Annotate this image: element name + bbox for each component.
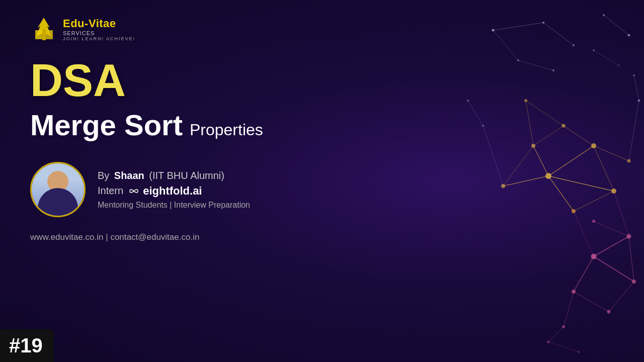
svg-line-25 [594,146,614,191]
logo-area: Edu-Vitae Services JOIN! LEARN! ACHIEVE! [30,15,322,43]
properties-text: Properties [190,121,263,139]
by-label: By [98,170,109,181]
dsa-title: DSA [30,58,322,103]
episode-badge: #19 [0,329,54,362]
svg-line-38 [594,236,629,256]
logo-brand: Edu-Vitae [63,17,135,30]
svg-rect-67 [35,30,43,39]
svg-line-44 [564,292,574,327]
svg-line-58 [548,327,564,342]
svg-line-28 [574,191,614,211]
svg-line-24 [503,176,548,186]
svg-line-51 [629,101,639,161]
svg-line-59 [548,342,579,352]
logo-text: Edu-Vitae Services JOIN! LEARN! ACHIEVE! [63,17,135,41]
logo-tagline: JOIN! LEARN! ACHIEVE! [63,36,135,41]
svg-line-45 [594,221,629,236]
svg-line-29 [533,126,564,146]
svg-line-50 [634,75,639,101]
svg-line-65 [526,101,564,126]
intern-label: Intern [98,185,123,197]
author-card: By Shaan (IIT BHU Alumni) Intern eightfo… [30,162,322,217]
avatar-image [32,163,84,216]
contact-email: contact@eduvitae.co.in [110,232,199,242]
svg-line-26 [564,126,594,146]
svg-line-27 [594,146,629,161]
svg-line-42 [609,282,634,312]
author-info: By Shaan (IIT BHU Alumni) Intern eightfo… [98,170,250,210]
logo-services: Services [63,30,135,36]
svg-line-46 [614,191,629,236]
svg-line-6 [543,23,574,45]
svg-line-47 [574,211,594,256]
author-alumni: (IIT BHU Alumni) [149,170,224,181]
eightfold-logo: eightfold.ai [127,185,202,198]
svg-line-23 [533,146,548,176]
contact-line: www.eduvitae.co.in | contact@eduvitae.co… [30,232,322,242]
merge-sort-text: Merge Sort [30,108,183,142]
svg-line-43 [574,292,609,312]
svg-rect-68 [45,30,53,39]
svg-line-54 [468,101,483,126]
svg-line-62 [594,50,619,65]
svg-line-11 [493,30,518,60]
svg-line-21 [548,176,614,191]
svg-line-20 [548,146,594,176]
svg-line-5 [493,23,543,30]
logo-icon [30,15,58,43]
author-by-line: By Shaan (IIT BHU Alumni) [98,170,250,182]
svg-line-64 [526,101,533,146]
svg-line-39 [594,256,634,282]
left-content: Edu-Vitae Services JOIN! LEARN! ACHIEVE!… [30,0,322,362]
intern-line: Intern eightfold.ai [98,185,250,198]
svg-line-55 [483,126,503,186]
svg-line-40 [574,256,594,292]
svg-rect-69 [42,29,46,40]
svg-line-7 [604,15,629,35]
svg-line-41 [629,236,634,282]
logo-brand-prefix: Edu- [63,17,89,30]
subtitle-line: Merge Sort Properties [30,108,322,142]
author-description: Mentoring Students | Interview Preparati… [98,201,250,210]
eightfold-icon [127,185,140,198]
avatar [30,162,86,217]
website-url: www.eduvitae.co.in [30,232,104,242]
eightfold-name: eightfold.ai [143,185,202,198]
episode-number: #19 [9,334,43,356]
author-name: Shaan [114,170,144,181]
svg-line-10 [518,60,553,70]
